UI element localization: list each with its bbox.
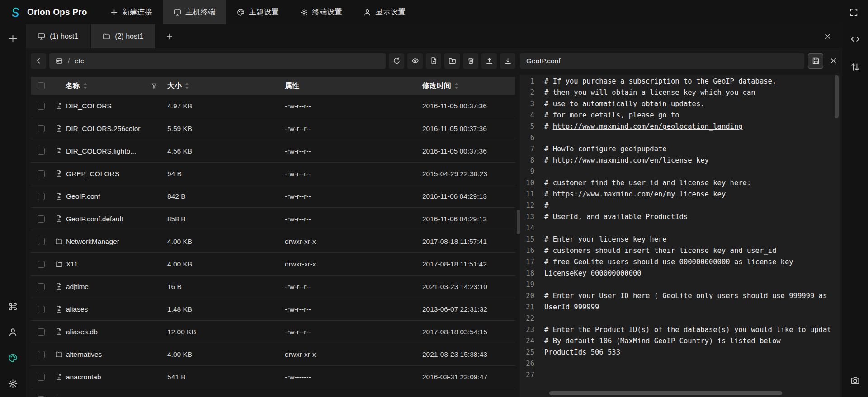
code-line[interactable]: # UserId, and available ProductIds xyxy=(544,211,840,223)
code-line[interactable] xyxy=(544,279,840,290)
code-line[interactable]: # Enter your User ID here ( GeoLite only… xyxy=(544,290,840,302)
breadcrumb[interactable]: / etc xyxy=(49,53,386,69)
code-line[interactable]: # xyxy=(544,200,840,211)
code-line[interactable] xyxy=(544,166,840,177)
table-row[interactable]: NetworkManager 4.00 KB drwxr-xr-x 2017-0… xyxy=(31,230,515,253)
row-checkbox[interactable] xyxy=(38,193,45,200)
new-file-button[interactable] xyxy=(426,53,441,69)
code-line[interactable] xyxy=(544,358,840,369)
filter-button[interactable] xyxy=(151,83,157,89)
new-folder-button[interactable] xyxy=(444,53,460,69)
rail-users-button[interactable] xyxy=(5,324,21,340)
row-checkbox[interactable] xyxy=(38,103,45,110)
table-row[interactable] xyxy=(31,388,515,397)
code-line[interactable]: # HowTo configure geoipupdate xyxy=(544,144,840,155)
code-line[interactable]: # free GeoLite users should use 00000000… xyxy=(544,257,840,268)
code-line[interactable]: # By default 106 (MaxMind GeoIP Country)… xyxy=(544,336,840,347)
tab-host1-terminal[interactable]: (1) host1 xyxy=(26,24,91,48)
rail-add-connection-button[interactable] xyxy=(5,31,21,46)
editor-vscroll-thumb[interactable] xyxy=(835,75,839,118)
delete-button[interactable] xyxy=(463,53,478,69)
path-segment-etc[interactable]: etc xyxy=(75,57,84,65)
table-row[interactable]: DIR_COLORS 4.97 KB -rw-r--r-- 2016-11-05… xyxy=(31,95,515,117)
code-line[interactable] xyxy=(544,369,840,381)
fullscreen-button[interactable] xyxy=(840,0,868,24)
rail-settings-button[interactable] xyxy=(5,376,21,391)
code-line[interactable]: ProductIds 506 533 xyxy=(544,347,840,358)
menu-display-settings[interactable]: 显示设置 xyxy=(353,0,416,24)
code-line[interactable]: # then you will obtain a license key whi… xyxy=(544,87,840,98)
code-line[interactable]: LicenseKey 000000000000 xyxy=(544,268,840,279)
editor-close-button[interactable] xyxy=(827,53,840,69)
row-checkbox[interactable] xyxy=(38,170,45,177)
new-tab-button[interactable] xyxy=(156,24,183,48)
row-checkbox[interactable] xyxy=(38,238,45,245)
table-row[interactable]: DIR_COLORS.lightb... 4.56 KB -rw-r--r-- … xyxy=(31,140,515,163)
file-list-scrollbar[interactable] xyxy=(517,210,520,234)
table-row[interactable]: adjtime 16 B -rw-r--r-- 2021-03-23 14:23… xyxy=(31,276,515,298)
row-checkbox[interactable] xyxy=(38,374,45,381)
rail-command-button[interactable] xyxy=(5,299,21,314)
sort-name-control[interactable] xyxy=(83,83,87,89)
menu-host-terminal[interactable]: 主机终端 xyxy=(163,0,226,24)
preview-button[interactable] xyxy=(407,53,423,69)
rail-theme-button[interactable] xyxy=(5,350,21,365)
table-row[interactable]: GeoIP.conf 842 B -rw-r--r-- 2016-11-06 0… xyxy=(31,185,515,208)
editor-code[interactable]: # If you purchase a subscription to the … xyxy=(540,75,840,397)
row-checkbox[interactable] xyxy=(38,125,45,132)
code-line[interactable]: # http://www.maxmind.com/en/license_key xyxy=(544,155,840,166)
code-line[interactable]: # Enter the Product ID(s) of the databas… xyxy=(544,324,840,336)
save-button[interactable] xyxy=(808,53,823,69)
rail-sort-transfer-button[interactable] xyxy=(848,59,863,75)
refresh-button[interactable] xyxy=(389,53,404,69)
table-row[interactable]: DIR_COLORS.256color 5.59 KB -rw-r--r-- 2… xyxy=(31,117,515,140)
code-line[interactable]: # use to automatically obtain updates. xyxy=(544,98,840,110)
row-checkbox[interactable] xyxy=(38,261,45,268)
code-line[interactable]: # https://www.maxmind.com/en/my_license_… xyxy=(544,189,840,200)
code-link[interactable]: http://www.maxmind.com/en/license_key xyxy=(553,156,709,164)
code-link[interactable]: http://www.maxmind.com/en/geolocation_la… xyxy=(553,122,743,131)
brand[interactable]: Orion Ops Pro xyxy=(0,0,99,24)
code-line[interactable]: # customers should insert their license … xyxy=(544,245,840,257)
code-line[interactable]: UserId 999999 xyxy=(544,302,840,313)
table-row[interactable]: aliases.db 12.00 KB -rw-r--r-- 2017-08-1… xyxy=(31,321,515,343)
code-line[interactable] xyxy=(544,313,840,324)
table-row[interactable]: alternatives 4.00 KB drwxr-xr-x 2021-03-… xyxy=(31,343,515,366)
row-checkbox[interactable] xyxy=(38,351,45,358)
row-checkbox[interactable] xyxy=(38,148,45,155)
row-checkbox[interactable] xyxy=(38,215,45,223)
code-line[interactable]: # Enter your license key here xyxy=(544,234,840,245)
sort-mtime-control[interactable] xyxy=(454,83,458,89)
table-row[interactable]: GeoIP.conf.default 858 B -rw-r--r-- 2016… xyxy=(31,208,515,230)
select-all-checkbox[interactable] xyxy=(38,82,45,89)
tab-host1-files[interactable]: (2) host1 xyxy=(91,24,156,48)
row-checkbox[interactable] xyxy=(38,283,45,290)
code-line[interactable]: # If you purchase a subscription to the … xyxy=(544,76,840,87)
rail-code-editor-button[interactable] xyxy=(848,31,863,47)
code-line[interactable] xyxy=(544,223,840,234)
code-line[interactable]: # for more details, please go to xyxy=(544,110,840,121)
header-name[interactable]: 名称 xyxy=(52,81,165,91)
table-row[interactable]: aliases 1.48 KB -rw-r--r-- 2013-06-07 22… xyxy=(31,298,515,321)
menu-new-connection[interactable]: 新建连接 xyxy=(99,0,163,24)
code-link[interactable]: https://www.maxmind.com/en/my_license_ke… xyxy=(553,190,726,198)
row-checkbox[interactable] xyxy=(38,328,45,336)
upload-button[interactable] xyxy=(481,53,497,69)
editor-hscroll-thumb[interactable] xyxy=(549,391,782,395)
table-row[interactable]: anacrontab 541 B -rw------- 2016-03-31 2… xyxy=(31,366,515,388)
download-button[interactable] xyxy=(500,53,515,69)
sort-size-control[interactable] xyxy=(185,83,189,89)
menu-theme-settings[interactable]: 主题设置 xyxy=(226,0,289,24)
code-line[interactable]: # customer find the user_id and license … xyxy=(544,177,840,189)
back-button[interactable] xyxy=(31,53,46,69)
code-line[interactable] xyxy=(544,132,840,144)
rail-screenshot-button[interactable] xyxy=(848,373,863,388)
row-checkbox[interactable] xyxy=(38,306,45,313)
header-size[interactable]: 大小 xyxy=(165,81,284,91)
code-line[interactable]: # http://www.maxmind.com/en/geolocation_… xyxy=(544,121,840,132)
header-mtime[interactable]: 修改时间 xyxy=(420,81,515,91)
menu-terminal-settings[interactable]: 终端设置 xyxy=(289,0,353,24)
table-row[interactable]: X11 4.00 KB drwxr-xr-x 2017-08-18 11:51:… xyxy=(31,253,515,276)
close-panel-button[interactable] xyxy=(820,29,835,44)
table-row[interactable]: GREP_COLORS 94 B -rw-r--r-- 2015-04-29 2… xyxy=(31,163,515,185)
